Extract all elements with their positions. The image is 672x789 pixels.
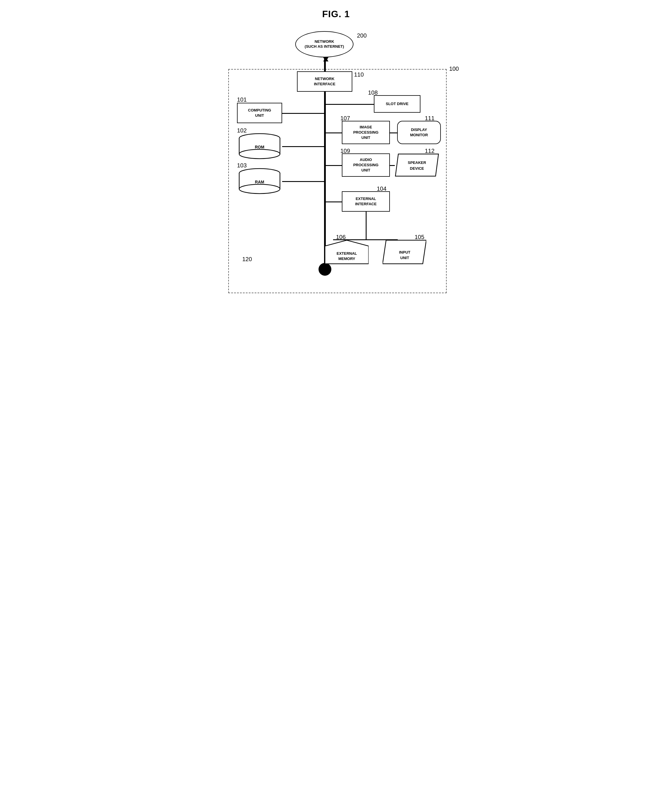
network-ellipse: NETWORK(SUCH AS INTERNET) <box>295 31 353 57</box>
svg-text:EXTERNAL: EXTERNAL <box>337 251 357 256</box>
ref-111: 111 <box>425 115 434 122</box>
svg-text:SPEAKER: SPEAKER <box>408 160 426 165</box>
conn-ext-interface <box>325 201 342 202</box>
display-monitor-box: DISPLAYMONITOR <box>397 121 441 144</box>
audio-processing-box: AUDIOPROCESSINGUNIT <box>342 153 390 177</box>
display-monitor-label: DISPLAYMONITOR <box>410 127 428 138</box>
svg-text:ROM: ROM <box>255 145 264 149</box>
svg-text:INPUT: INPUT <box>399 250 410 254</box>
ref-108: 108 <box>368 89 378 96</box>
network-label: NETWORK(SUCH AS INTERNET) <box>305 39 344 49</box>
ref-102: 102 <box>237 127 247 134</box>
svg-text:RAM: RAM <box>255 180 264 184</box>
network-interface-box: NETWORKINTERFACE <box>297 71 352 92</box>
speaker-device-container: SPEAKER DEVICE <box>395 153 439 177</box>
figure-title: FIG. 1 <box>211 9 461 19</box>
svg-text:UNIT: UNIT <box>401 256 409 260</box>
ref-100: 100 <box>449 65 459 72</box>
svg-text:MEMORY: MEMORY <box>338 257 355 261</box>
ram-cylinder: RAM <box>237 168 282 194</box>
conn-image <box>325 133 342 133</box>
image-processing-label: IMAGEPROCESSINGUNIT <box>353 125 378 141</box>
ref-101: 101 <box>237 96 247 103</box>
external-interface-label: EXTERNALINTERFACE <box>355 196 377 207</box>
external-memory-container: EXTERNAL MEMORY <box>325 240 369 264</box>
svg-point-10 <box>239 184 280 193</box>
conn-ram <box>282 181 325 182</box>
ref-120: 120 <box>242 256 252 263</box>
ref-107: 107 <box>340 115 350 122</box>
input-unit-container: INPUT UNIT <box>383 240 426 264</box>
svg-point-4 <box>239 149 280 159</box>
slot-drive-box: SLOT DRIVE <box>374 95 420 113</box>
svg-marker-12 <box>396 154 439 176</box>
audio-processing-label: AUDIOPROCESSINGUNIT <box>353 157 378 173</box>
page-container: FIG. 1 200 NETWORK(SUCH AS INTERNET) 100… <box>211 9 461 305</box>
bus-endpoint <box>319 263 331 276</box>
ref-106: 106 <box>336 234 346 241</box>
external-interface-box: EXTERNALINTERFACE <box>342 191 390 212</box>
computing-unit-label: COMPUTINGUNIT <box>248 108 271 118</box>
ref-112: 112 <box>425 148 434 154</box>
rom-cylinder: ROM <box>237 133 282 159</box>
arrow-network-up <box>323 57 329 61</box>
conn-display <box>390 133 397 133</box>
ref-104: 104 <box>377 185 386 192</box>
conn-slot <box>325 104 374 105</box>
conn-speaker <box>390 165 395 166</box>
image-processing-box: IMAGEPROCESSINGUNIT <box>342 121 390 144</box>
ref-105: 105 <box>415 234 424 241</box>
ref-109: 109 <box>340 148 350 154</box>
conn-ext-vert <box>366 212 367 239</box>
conn-audio <box>325 165 342 166</box>
computing-unit-box: COMPUTINGUNIT <box>237 103 282 123</box>
network-interface-label: NETWORKINTERFACE <box>314 76 335 87</box>
conn-computing <box>282 113 325 114</box>
ref-103: 103 <box>237 162 247 169</box>
diagram-area: 200 NETWORK(SUCH AS INTERNET) 100 120 NE… <box>211 28 461 305</box>
ref-110: 110 <box>354 71 364 78</box>
conn-rom <box>282 146 325 147</box>
ref-200: 200 <box>357 32 367 39</box>
svg-text:DEVICE: DEVICE <box>410 166 424 171</box>
slot-drive-label: SLOT DRIVE <box>386 101 409 107</box>
